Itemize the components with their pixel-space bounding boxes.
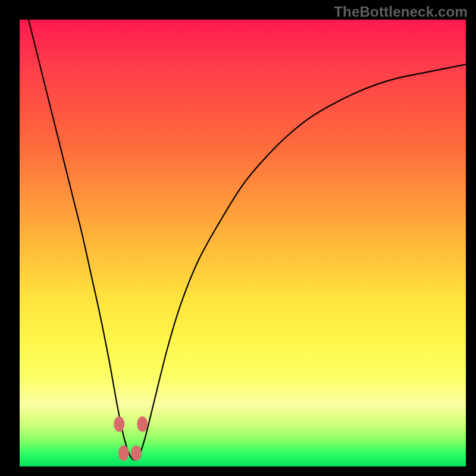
curve-markers (114, 416, 148, 461)
chart-frame: TheBottleneck.com (0, 0, 476, 476)
bottleneck-curve (29, 20, 466, 460)
curve-marker (137, 416, 148, 432)
curve-svg (20, 20, 466, 466)
plot-area (20, 20, 466, 466)
watermark-text: TheBottleneck.com (334, 4, 468, 20)
curve-marker (114, 416, 124, 432)
curve-marker (118, 446, 129, 461)
curve-marker (131, 446, 142, 461)
